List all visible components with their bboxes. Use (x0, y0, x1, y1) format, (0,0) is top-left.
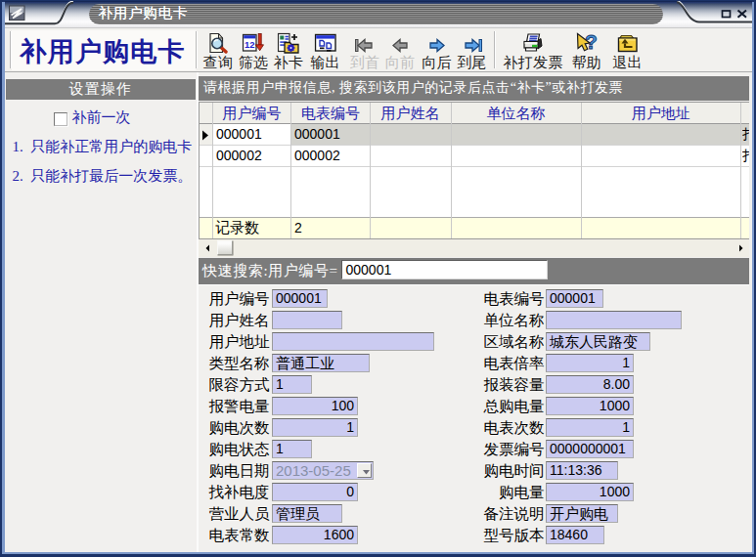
svg-text:12: 12 (245, 39, 255, 50)
